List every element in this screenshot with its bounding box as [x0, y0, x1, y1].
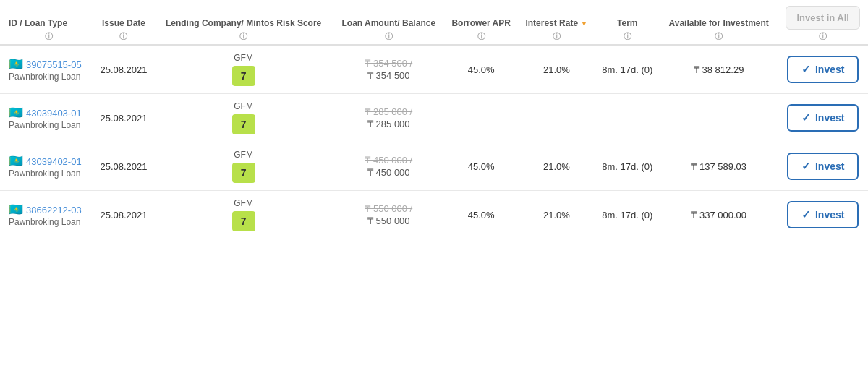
- loans-table: ID / Loan Type ⓘ Issue Date ⓘ Lending Co…: [0, 0, 868, 239]
- cell-borrower-apr: [444, 94, 518, 142]
- cell-term: 8m. 17d. (0): [595, 191, 660, 239]
- col-header-invest-all: Invest in All ⓘ: [778, 0, 868, 45]
- invest-button-label: Invest: [815, 161, 844, 172]
- invest-button-label: Invest: [815, 112, 844, 124]
- shield-icon: ✓: [801, 63, 811, 76]
- cell-borrower-apr: 45.0%: [444, 142, 518, 191]
- loans-table-wrapper: ID / Loan Type ⓘ Issue Date ⓘ Lending Co…: [0, 0, 868, 239]
- col-id-info-icon[interactable]: ⓘ: [9, 31, 89, 41]
- sort-arrow-icon[interactable]: ▼: [580, 20, 587, 27]
- col-term-info-icon[interactable]: ⓘ: [600, 31, 655, 41]
- invest-all-button[interactable]: Invest in All: [786, 6, 859, 30]
- cell-borrower-apr: 45.0%: [444, 45, 518, 94]
- cell-issue-date: 25.08.2021: [93, 142, 154, 191]
- cell-id-loantype: 🇰🇿39075515-05 Pawnbroking Loan: [0, 45, 93, 94]
- cell-lending-company: GFM 7: [154, 94, 333, 142]
- cell-available: ₸ 337 000.00: [660, 191, 778, 239]
- table-row: 🇰🇿39075515-05 Pawnbroking Loan 25.08.202…: [0, 45, 868, 94]
- flag-icon: 🇰🇿: [9, 202, 23, 216]
- col-borrower-apr-info-icon[interactable]: ⓘ: [448, 31, 514, 41]
- company-name: GFM: [158, 53, 328, 63]
- cell-lending-company: GFM 7: [154, 45, 333, 94]
- col-loan-amount-label: Loan Amount/ Balance: [341, 18, 435, 28]
- cell-interest-rate: [518, 94, 595, 142]
- flag-icon: 🇰🇿: [9, 106, 23, 119]
- loan-id-link[interactable]: 🇰🇿38662212-03: [9, 202, 89, 216]
- loan-id-link[interactable]: 🇰🇿43039402-01: [9, 154, 89, 168]
- company-name: GFM: [158, 198, 328, 208]
- cell-invest: ✓InvestThis loan comes with a buyback ob…: [778, 94, 868, 142]
- col-interest-rate-info-icon[interactable]: ⓘ: [522, 31, 591, 41]
- loan-type-label: Pawnbroking Loan: [9, 168, 80, 179]
- col-available-label: Available for Investment: [669, 18, 769, 28]
- cell-id-loantype: 🇰🇿43039403-01 Pawnbroking Loan: [0, 94, 93, 142]
- col-issue-date-label: Issue Date: [102, 18, 145, 28]
- col-header-loan-amount: Loan Amount/ Balance ⓘ: [333, 0, 444, 45]
- loan-type-label: Pawnbroking Loan: [9, 72, 80, 82]
- invest-button-label: Invest: [815, 64, 844, 75]
- cell-term: 8m. 17d. (0): [595, 142, 660, 191]
- col-borrower-apr-label: Borrower APR: [451, 18, 511, 28]
- cell-loan-amount: ₸ 285 000 / ₸ 285 000: [333, 94, 444, 142]
- table-row: 🇰🇿43039403-01 Pawnbroking Loan 25.08.202…: [0, 94, 868, 142]
- col-issue-date-info-icon[interactable]: ⓘ: [98, 31, 150, 41]
- shield-icon: ✓: [801, 208, 811, 221]
- col-header-interest-rate: Interest Rate ▼ ⓘ: [518, 0, 595, 45]
- company-name: GFM: [158, 150, 328, 160]
- loan-amount-value: ₸ 450 000 /: [365, 155, 412, 166]
- table-row: 🇰🇿38662212-03 Pawnbroking Loan 25.08.202…: [0, 191, 868, 239]
- risk-score-badge: 7: [232, 163, 255, 183]
- cell-interest-rate: 21.0%: [518, 191, 595, 239]
- col-lending-company-label: Lending Company/ Mintos Risk Score: [166, 18, 321, 28]
- cell-available: ₸ 38 812.29: [660, 45, 778, 94]
- col-header-term: Term ⓘ: [595, 0, 660, 45]
- loan-id-link[interactable]: 🇰🇿39075515-05: [9, 57, 89, 71]
- cell-loan-amount: ₸ 450 000 / ₸ 450 000: [333, 142, 444, 191]
- shield-icon: ✓: [801, 160, 811, 173]
- table-row: 🇰🇿43039402-01 Pawnbroking Loan 25.08.202…: [0, 142, 868, 191]
- cell-loan-amount: ₸ 354 500 / ₸ 354 500: [333, 45, 444, 94]
- col-term-label: Term: [617, 18, 637, 28]
- shield-icon: ✓: [801, 111, 811, 124]
- col-invest-all-info-icon[interactable]: ⓘ: [782, 31, 864, 41]
- invest-button[interactable]: ✓Invest: [787, 104, 859, 132]
- loan-id-link[interactable]: 🇰🇿43039403-01: [9, 106, 89, 119]
- col-loan-amount-info-icon[interactable]: ⓘ: [337, 31, 440, 41]
- col-id-label: ID / Loan Type: [9, 18, 67, 28]
- loan-amount-value: ₸ 285 000 /: [365, 106, 412, 117]
- cell-borrower-apr: 45.0%: [444, 191, 518, 239]
- cell-id-loantype: 🇰🇿38662212-03 Pawnbroking Loan: [0, 191, 93, 239]
- cell-term: [595, 94, 660, 142]
- flag-icon: 🇰🇿: [9, 154, 23, 168]
- risk-score-badge: 7: [232, 114, 255, 134]
- cell-loan-amount: ₸ 550 000 / ₸ 550 000: [333, 191, 444, 239]
- cell-lending-company: GFM 7: [154, 142, 333, 191]
- risk-score-badge: 7: [232, 211, 255, 231]
- company-name: GFM: [158, 101, 328, 111]
- col-available-info-icon[interactable]: ⓘ: [664, 31, 773, 41]
- cell-issue-date: 25.08.2021: [93, 45, 154, 94]
- cell-invest: ✓Invest: [778, 142, 868, 191]
- invest-button-label: Invest: [815, 209, 844, 221]
- invest-button[interactable]: ✓Invest: [787, 153, 859, 180]
- loan-balance-value: ₸ 285 000: [337, 119, 440, 129]
- loan-balance-value: ₸ 450 000: [337, 167, 440, 178]
- loan-balance-value: ₸ 354 500: [337, 70, 440, 81]
- col-header-id: ID / Loan Type ⓘ: [0, 0, 93, 45]
- cell-invest: ✓Invest: [778, 45, 868, 94]
- risk-score-badge: 7: [232, 66, 255, 86]
- loan-type-label: Pawnbroking Loan: [9, 217, 80, 227]
- invest-button[interactable]: ✓Invest: [787, 56, 859, 83]
- cell-issue-date: 25.08.2021: [93, 94, 154, 142]
- cell-interest-rate: 21.0%: [518, 142, 595, 191]
- loan-balance-value: ₸ 550 000: [337, 215, 440, 226]
- col-header-lending-company: Lending Company/ Mintos Risk Score ⓘ: [154, 0, 333, 45]
- col-header-issue-date: Issue Date ⓘ: [93, 0, 154, 45]
- col-header-borrower-apr: Borrower APR ⓘ: [444, 0, 518, 45]
- col-header-available: Available for Investment ⓘ: [660, 0, 778, 45]
- loan-type-label: Pawnbroking Loan: [9, 120, 80, 130]
- invest-button[interactable]: ✓Invest: [787, 201, 859, 228]
- loan-amount-value: ₸ 550 000 /: [365, 203, 412, 214]
- col-lending-company-info-icon[interactable]: ⓘ: [158, 31, 328, 41]
- cell-issue-date: 25.08.2021: [93, 191, 154, 239]
